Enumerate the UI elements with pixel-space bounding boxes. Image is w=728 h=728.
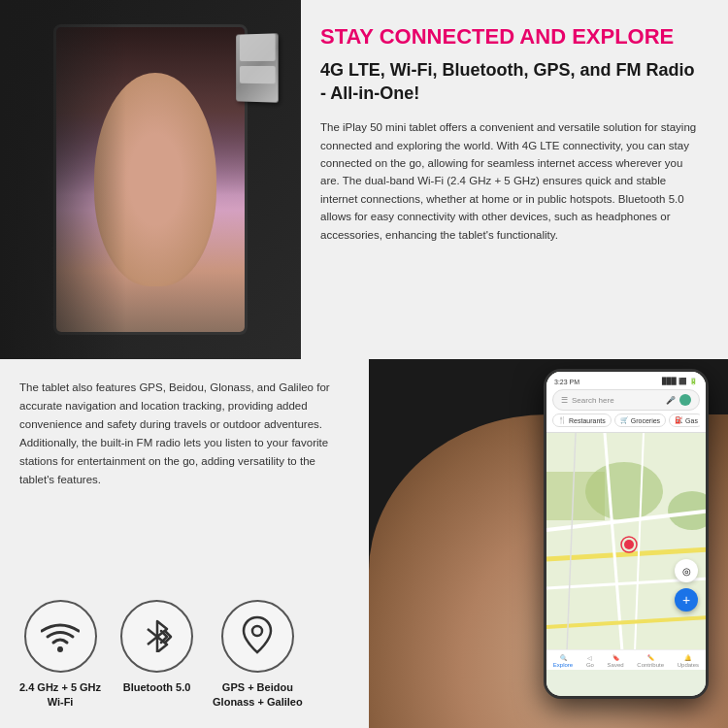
map-header: 3:23 PM ▉▉▉ ⬛ 🔋 ☰ Search here 🎤 bbox=[546, 372, 706, 433]
map-svg bbox=[546, 433, 706, 670]
svg-line-4 bbox=[148, 637, 157, 645]
nav-tab-go[interactable]: ◁Go bbox=[586, 654, 594, 668]
svg-point-17 bbox=[624, 540, 634, 549]
svg-point-0 bbox=[57, 646, 63, 652]
gps-icon-circle bbox=[221, 600, 294, 673]
status-icons: ▉▉▉ ⬛ 🔋 bbox=[662, 378, 698, 385]
profile-icon bbox=[679, 394, 691, 406]
bottom-description: The tablet also features GPS, Beidou, Gl… bbox=[19, 379, 349, 489]
map-content: 3:23 PM ▉▉▉ ⬛ 🔋 ☰ Search here 🎤 bbox=[546, 372, 706, 696]
map-nav-tabs: 🔍Explore ◁Go 🔖Saved ✏️Contribute bbox=[546, 649, 706, 670]
map-search-bar[interactable]: ☰ Search here 🎤 bbox=[552, 389, 700, 411]
status-time: 3:23 PM bbox=[554, 379, 579, 385]
chip-groceries[interactable]: 🛒 Groceries bbox=[614, 414, 666, 427]
nav-tab-contribute[interactable]: ✏️Contribute bbox=[637, 654, 664, 668]
wifi-icon-circle bbox=[24, 600, 97, 673]
right-text-panel: STAY CONNECTED AND EXPLORE 4G LTE, Wi-Fi… bbox=[301, 0, 728, 359]
svg-rect-9 bbox=[546, 472, 605, 520]
phone-map-section: 3:23 PM ▉▉▉ ⬛ 🔋 ☰ Search here 🎤 bbox=[369, 359, 728, 728]
bluetooth-label: Bluetooth 5.0 bbox=[123, 680, 191, 694]
bottom-section: The tablet also features GPS, Beidou, Gl… bbox=[0, 359, 728, 728]
main-headline: STAY CONNECTED AND EXPLORE bbox=[320, 24, 704, 50]
phone-device: 3:23 PM ▉▉▉ ⬛ 🔋 ☰ Search here 🎤 bbox=[544, 369, 709, 699]
nav-tab-saved[interactable]: 🔖Saved bbox=[608, 654, 624, 668]
svg-point-5 bbox=[252, 626, 262, 636]
nav-tab-explore[interactable]: 🔍Explore bbox=[553, 654, 573, 668]
phone-screen: 3:23 PM ▉▉▉ ⬛ 🔋 ☰ Search here 🎤 bbox=[546, 372, 706, 696]
bottom-left-panel: The tablet also features GPS, Beidou, Gl… bbox=[0, 359, 369, 728]
hand-with-phone: 3:23 PM ▉▉▉ ⬛ 🔋 ☰ Search here 🎤 bbox=[369, 359, 728, 728]
header-description: The iPlay 50 mini tablet offers a conven… bbox=[320, 118, 704, 244]
gps-label: GPS + Beidou Glonass + Galileo bbox=[213, 680, 303, 709]
mic-icon: 🎤 bbox=[666, 396, 676, 405]
tablet-image bbox=[0, 0, 301, 359]
sim-tray bbox=[236, 33, 278, 102]
chip-gas[interactable]: ⛽ Gas bbox=[669, 414, 700, 427]
wifi-label: 2.4 GHz + 5 GHz Wi-Fi bbox=[19, 680, 101, 709]
svg-line-3 bbox=[148, 629, 157, 637]
top-section: STAY CONNECTED AND EXPLORE 4G LTE, Wi-Fi… bbox=[0, 0, 728, 359]
search-icon: ☰ bbox=[561, 396, 568, 405]
map-chips: 🍴 Restaurants 🛒 Groceries ⛽ Gas 🏨 Hotels bbox=[552, 414, 700, 427]
sub-headline: 4G LTE, Wi-Fi, Bluetooth, GPS, and FM Ra… bbox=[320, 59, 704, 105]
search-placeholder: Search here bbox=[572, 396, 614, 405]
map-location-button[interactable]: ◎ bbox=[675, 559, 698, 582]
nav-tab-updates[interactable]: 🔔Updates bbox=[678, 654, 699, 668]
chip-restaurants[interactable]: 🍴 Restaurants bbox=[552, 414, 612, 427]
map-status-bar: 3:23 PM ▉▉▉ ⬛ 🔋 bbox=[552, 377, 700, 386]
map-body: + ◎ Latest in Eisenach 🔍Explore bbox=[546, 433, 706, 670]
bluetooth-icon bbox=[140, 617, 175, 656]
map-navigate-fab[interactable]: + bbox=[675, 588, 698, 612]
gps-icon bbox=[240, 615, 275, 658]
gps-feature-item: GPS + Beidou Glonass + Galileo bbox=[213, 600, 303, 709]
wifi-icon bbox=[41, 621, 80, 652]
bluetooth-feature-item: Bluetooth 5.0 bbox=[120, 600, 193, 694]
bluetooth-icon-circle bbox=[120, 600, 193, 673]
wifi-feature-item: 2.4 GHz + 5 GHz Wi-Fi bbox=[19, 600, 101, 709]
features-icons-row: 2.4 GHz + 5 GHz Wi-Fi bbox=[19, 585, 349, 718]
